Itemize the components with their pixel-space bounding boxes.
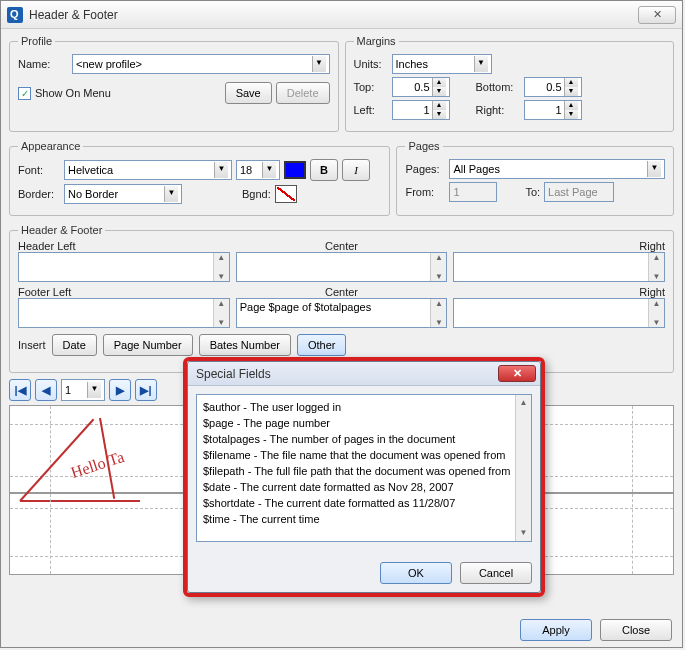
to-label: To: xyxy=(525,186,540,198)
top-label: Top: xyxy=(354,81,388,93)
right-label: Right: xyxy=(476,104,520,116)
pages-combo[interactable]: All Pages ▼ xyxy=(449,159,665,179)
pages-value: All Pages xyxy=(453,163,499,175)
to-input xyxy=(544,182,614,202)
nav-first-button[interactable]: |◀ xyxy=(9,379,31,401)
bold-button[interactable]: B xyxy=(310,159,338,181)
scrollbar[interactable]: ▲▼ xyxy=(430,253,446,281)
apply-button[interactable]: Apply xyxy=(520,619,592,641)
left-spin[interactable]: ▲▼ xyxy=(392,100,450,120)
border-value: No Border xyxy=(68,188,118,200)
insert-page-number-button[interactable]: Page Number xyxy=(103,334,193,356)
margins-legend: Margins xyxy=(354,35,399,47)
bottom-spin[interactable]: ▲▼ xyxy=(524,77,582,97)
titlebar: Header & Footer ✕ xyxy=(1,1,682,29)
save-button[interactable]: Save xyxy=(225,82,272,104)
special-field-line: $filepath - The full file path that the … xyxy=(203,463,525,479)
special-field-line: $totalpages - The number of pages in the… xyxy=(203,431,525,447)
modal-titlebar: Special Fields ✕ xyxy=(188,362,540,386)
insert-other-button[interactable]: Other xyxy=(297,334,347,356)
app-icon xyxy=(7,7,23,23)
pages-legend: Pages xyxy=(405,140,442,152)
header-left-input[interactable]: ▲▼ xyxy=(18,252,230,282)
border-combo[interactable]: No Border ▼ xyxy=(64,184,182,204)
header-right-input[interactable]: ▲▼ xyxy=(453,252,665,282)
footer-left-input[interactable]: ▲▼ xyxy=(18,298,230,328)
modal-cancel-button[interactable]: Cancel xyxy=(460,562,532,584)
delete-button[interactable]: Delete xyxy=(276,82,330,104)
font-value: Helvetica xyxy=(68,164,113,176)
chevron-down-icon: ▼ xyxy=(312,56,326,72)
units-label: Units: xyxy=(354,58,388,70)
right-spin[interactable]: ▲▼ xyxy=(524,100,582,120)
nav-page-combo[interactable]: 1 ▼ xyxy=(61,379,105,401)
profile-group: Profile Name: <new profile> ▼ ✓ Show On … xyxy=(9,35,339,132)
appearance-legend: Appearance xyxy=(18,140,83,152)
left-value[interactable] xyxy=(396,102,432,118)
window-title: Header & Footer xyxy=(29,8,638,22)
from-label: From: xyxy=(405,186,445,198)
name-label: Name: xyxy=(18,58,68,70)
nav-next-button[interactable]: ▶ xyxy=(109,379,131,401)
special-field-line: $filename - The file name that the docum… xyxy=(203,447,525,463)
special-fields-text[interactable]: $author - The user logged in $page - The… xyxy=(196,394,532,542)
scrollbar[interactable]: ▲▼ xyxy=(430,299,446,327)
header-left-label: Header Left xyxy=(18,240,230,252)
italic-button[interactable]: I xyxy=(342,159,370,181)
chevron-down-icon: ▼ xyxy=(262,162,276,178)
bgnd-color-well[interactable] xyxy=(275,185,297,203)
appearance-group: Appearance Font: Helvetica ▼ 18 ▼ B I xyxy=(9,140,390,216)
scrollbar[interactable]: ▲▼ xyxy=(213,253,229,281)
pages-group: Pages Pages: All Pages ▼ From: To: xyxy=(396,140,674,216)
insert-bates-number-button[interactable]: Bates Number xyxy=(199,334,291,356)
special-field-line: $author - The user logged in xyxy=(203,399,525,415)
chevron-down-icon: ▼ xyxy=(164,186,178,202)
insert-date-button[interactable]: Date xyxy=(52,334,97,356)
footer-right-label: Right xyxy=(453,286,665,298)
right-value[interactable] xyxy=(528,102,564,118)
footer-left-label: Footer Left xyxy=(18,286,230,298)
modal-ok-button[interactable]: OK xyxy=(380,562,452,584)
profile-legend: Profile xyxy=(18,35,55,47)
special-field-line: $page - The page number xyxy=(203,415,525,431)
nav-prev-button[interactable]: ◀ xyxy=(35,379,57,401)
header-footer-dialog: Header & Footer ✕ Profile Name: <new pro… xyxy=(0,0,683,648)
font-size-combo[interactable]: 18 ▼ xyxy=(236,160,280,180)
top-value[interactable] xyxy=(396,79,432,95)
no-fill-icon xyxy=(277,187,295,201)
units-combo[interactable]: Inches ▼ xyxy=(392,54,492,74)
nav-last-button[interactable]: ▶| xyxy=(135,379,157,401)
font-color-well[interactable] xyxy=(284,161,306,179)
bottom-value[interactable] xyxy=(528,79,564,95)
profile-name-combo[interactable]: <new profile> ▼ xyxy=(72,54,330,74)
chevron-down-icon: ▼ xyxy=(474,56,488,72)
header-right-label: Right xyxy=(453,240,665,252)
special-field-line: $shortdate - The current date formatted … xyxy=(203,495,525,511)
chevron-down-icon: ▼ xyxy=(214,162,228,178)
chevron-down-icon: ▼ xyxy=(647,161,661,177)
pages-label: Pages: xyxy=(405,163,445,175)
bgnd-label: Bgnd: xyxy=(242,188,271,200)
modal-close-button[interactable]: ✕ xyxy=(498,365,536,382)
special-fields-highlight: Special Fields ✕ $author - The user logg… xyxy=(183,357,545,597)
nav-page-value: 1 xyxy=(65,384,71,396)
border-label: Border: xyxy=(18,188,60,200)
top-spin[interactable]: ▲▼ xyxy=(392,77,450,97)
footer-center-input[interactable]: Page $page of $totalpages▲▼ xyxy=(236,298,448,328)
scrollbar[interactable]: ▲▼ xyxy=(515,395,531,541)
font-combo[interactable]: Helvetica ▼ xyxy=(64,160,232,180)
scrollbar[interactable]: ▲▼ xyxy=(648,299,664,327)
scrollbar[interactable]: ▲▼ xyxy=(648,253,664,281)
left-label: Left: xyxy=(354,104,388,116)
show-on-menu-checkbox[interactable]: ✓ xyxy=(18,87,31,100)
footer-right-input[interactable]: ▲▼ xyxy=(453,298,665,328)
dialog-button-bar: Apply Close xyxy=(520,619,672,641)
profile-name-value: <new profile> xyxy=(76,58,142,70)
scrollbar[interactable]: ▲▼ xyxy=(213,299,229,327)
special-fields-dialog: Special Fields ✕ $author - The user logg… xyxy=(187,361,541,593)
header-footer-group: Header & Footer Header Left ▲▼ Center ▲▼… xyxy=(9,224,674,373)
hf-legend: Header & Footer xyxy=(18,224,105,236)
window-close-button[interactable]: ✕ xyxy=(638,6,676,24)
header-center-input[interactable]: ▲▼ xyxy=(236,252,448,282)
close-button[interactable]: Close xyxy=(600,619,672,641)
